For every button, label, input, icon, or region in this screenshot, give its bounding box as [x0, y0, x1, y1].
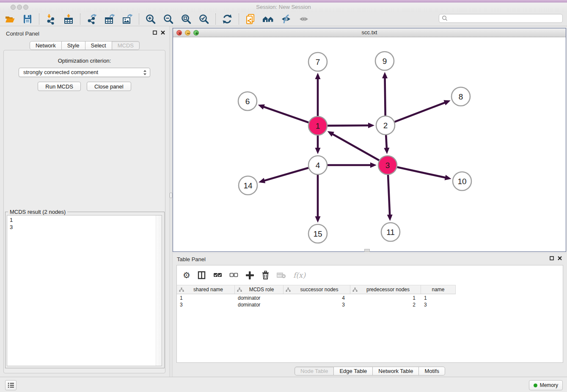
apply-preferred-layout-button[interactable]: [221, 13, 234, 25]
select-all-rows-button[interactable]: [213, 272, 222, 279]
export-table-icon: [104, 14, 115, 25]
svg-text:6: 6: [245, 97, 250, 106]
select-chevrons-icon: [143, 69, 147, 76]
close-window-button[interactable]: [11, 5, 16, 10]
column-header-shared-name[interactable]: shared name: [177, 285, 235, 294]
graph-node-11[interactable]: 11: [381, 223, 400, 241]
table-tab-network-table[interactable]: Network Table: [373, 367, 419, 375]
table-tab-node-table[interactable]: Node Table: [295, 367, 334, 375]
delete-table-button[interactable]: [277, 272, 286, 279]
graph-node-3[interactable]: 3: [378, 156, 397, 174]
minimize-window-button[interactable]: [17, 5, 22, 10]
memory-button[interactable]: Memory: [529, 380, 563, 390]
zoom-out-button[interactable]: [162, 13, 175, 25]
add-column-button[interactable]: [245, 271, 254, 279]
graph-edge-2-3[interactable]: [384, 135, 389, 154]
export-image-button[interactable]: [121, 13, 134, 25]
main-toolbar: [0, 12, 567, 26]
import-network-button[interactable]: [44, 13, 57, 25]
tab-select[interactable]: Select: [85, 41, 112, 50]
show-all-button[interactable]: [297, 13, 310, 25]
svg-text:7: 7: [316, 58, 320, 66]
graph-edge-2-8[interactable]: [394, 100, 450, 122]
tree-hierarchy-icon: [237, 287, 242, 292]
deselect-all-rows-button[interactable]: [229, 272, 238, 279]
graph-node-7[interactable]: 7: [308, 52, 327, 71]
close-panel-icon[interactable]: [558, 256, 562, 260]
export-table-button[interactable]: [103, 13, 116, 25]
export-network-icon: [86, 14, 97, 25]
network-resize-grip[interactable]: [364, 249, 370, 252]
graph-node-9[interactable]: 9: [375, 52, 394, 70]
clone-network-button[interactable]: [244, 13, 257, 25]
tab-style[interactable]: Style: [62, 41, 85, 50]
close-panel-icon[interactable]: [161, 30, 165, 35]
zoom-window-button[interactable]: [23, 5, 28, 10]
search-input[interactable]: [439, 14, 563, 23]
zoom-fit-icon: [181, 14, 192, 25]
zoom-fit-button[interactable]: [180, 13, 193, 25]
toolbar-separator: [139, 14, 139, 25]
graph-edge-3-11[interactable]: [387, 175, 393, 221]
panel-splitter[interactable]: [169, 26, 173, 377]
close-panel-button[interactable]: Close panel: [87, 82, 131, 91]
result-scrollbar[interactable]: [156, 215, 162, 366]
graph-node-2[interactable]: 2: [376, 116, 395, 135]
graph-edge-4-15[interactable]: [315, 175, 321, 223]
column-header-name[interactable]: name: [421, 285, 456, 294]
table-row[interactable]: 3dominator323: [177, 301, 563, 308]
tab-mcds[interactable]: MCDS: [112, 41, 140, 50]
table-row[interactable]: 1dominator411: [177, 295, 563, 301]
export-network-button[interactable]: [85, 13, 98, 25]
graph-node-6[interactable]: 6: [238, 92, 257, 110]
graph-node-15[interactable]: 15: [308, 224, 327, 243]
graph-edge-2-9[interactable]: [382, 72, 388, 116]
import-table-button[interactable]: [62, 13, 75, 25]
column-layout-button[interactable]: [198, 271, 206, 279]
function-builder-button[interactable]: f(x): [293, 271, 306, 279]
first-neighbors-button[interactable]: [262, 13, 275, 25]
splitter-handle[interactable]: [170, 193, 172, 198]
mcds-result-group: MCDS result (2 nodes) 13: [5, 212, 165, 368]
table-tab-edge-table[interactable]: Edge Table: [334, 367, 373, 375]
delete-columns-button[interactable]: [261, 271, 270, 279]
table-tab-motifs[interactable]: Motifs: [419, 367, 445, 375]
graph-edge-3-1[interactable]: [328, 131, 379, 160]
network-canvas[interactable]: 7968124314101511: [173, 37, 566, 251]
run-mcds-button[interactable]: Run MCDS: [38, 82, 81, 91]
node-table-rows: 1dominator4113dominator323: [177, 295, 563, 308]
graph-node-1[interactable]: 1: [308, 116, 327, 135]
tab-network[interactable]: Network: [30, 41, 62, 50]
open-session-button[interactable]: [3, 13, 16, 25]
hide-selected-button[interactable]: [280, 13, 292, 25]
graph-edge-4-3[interactable]: [328, 163, 377, 168]
table-settings-button[interactable]: ⚙: [183, 271, 190, 279]
save-session-button[interactable]: [21, 13, 34, 25]
main-titlebar: Session: New Session: [0, 3, 567, 12]
network-minimize-button[interactable]: [185, 30, 190, 36]
column-header-successor-nodes[interactable]: successor nodes: [284, 285, 350, 294]
float-panel-icon[interactable]: [153, 30, 157, 35]
graph-edge-3-10[interactable]: [397, 167, 451, 180]
graph-node-14[interactable]: 14: [239, 176, 257, 195]
graph-edge-1-4[interactable]: [315, 135, 321, 154]
network-close-button[interactable]: [176, 30, 182, 36]
task-history-button[interactable]: [5, 380, 17, 390]
zoom-in-button[interactable]: [144, 13, 157, 25]
column-header-mcds-role[interactable]: MCDS role: [235, 285, 284, 294]
column-header-predecessor-nodes[interactable]: predecessor nodes: [350, 285, 421, 294]
checked-boxes-icon: [213, 272, 222, 279]
graph-edge-1-2[interactable]: [328, 123, 374, 128]
status-bar: Memory: [0, 377, 567, 392]
criterion-select[interactable]: strongly connected component: [19, 68, 150, 77]
graph-edge-4-14[interactable]: [259, 168, 308, 183]
zoom-selected-button[interactable]: [198, 13, 210, 25]
float-panel-icon[interactable]: [550, 256, 554, 260]
network-maximize-button[interactable]: [193, 30, 199, 36]
network-window-titlebar[interactable]: scc.txt: [173, 28, 566, 37]
graph-node-8[interactable]: 8: [451, 87, 470, 106]
graph-edge-1-7[interactable]: [315, 73, 321, 116]
graph-edge-1-6[interactable]: [258, 104, 309, 122]
graph-node-4[interactable]: 4: [308, 156, 327, 174]
graph-node-10[interactable]: 10: [453, 172, 471, 190]
